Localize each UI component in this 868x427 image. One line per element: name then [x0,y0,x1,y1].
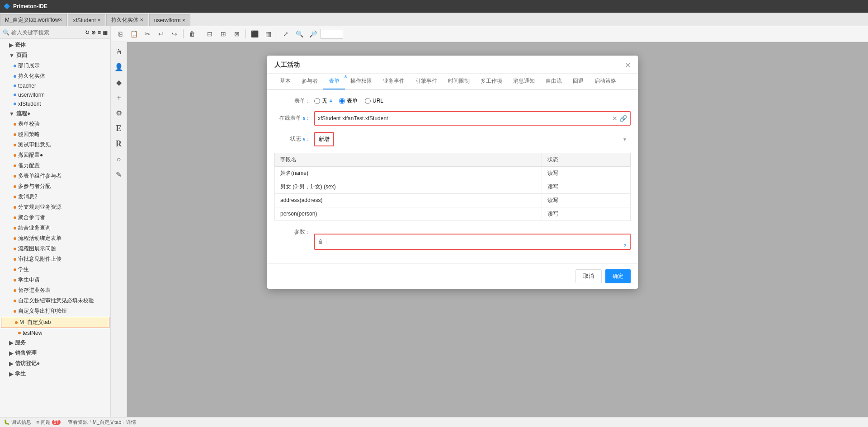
sidebar-item-persist[interactable]: 持久化实体 [0,71,110,81]
toolbar-paste-btn[interactable]: 📋 [128,28,140,40]
sidebar-item-merge[interactable]: 聚合参与者 [0,212,110,223]
cancel-button[interactable]: 取消 [576,269,602,283]
sidebar-item-temp-save[interactable]: 暂存进业务表 [0,285,110,296]
sidebar-item-msg2[interactable]: 发消息2 [0,192,110,202]
radio-none[interactable]: 无 4 [314,97,332,105]
toolbar-align-center-btn[interactable]: ⊞ [217,28,229,40]
sidebar-group-flow[interactable]: ▼ 流程● [0,108,110,119]
left-icon-edit[interactable]: ✎ [113,169,125,181]
sidebar-item-test-new[interactable]: testNew [0,328,110,338]
sidebar-item-test-approve[interactable]: 测试审批意见 [0,140,110,150]
online-form-clear-icon[interactable]: ✕ [612,115,618,122]
sidebar-icon4[interactable]: ▦ [103,29,108,36]
sidebar-item-flow-diagram[interactable]: 流程图展示问题 [0,244,110,254]
modal-tab-basic[interactable]: 基本 [274,74,296,89]
sidebar-item-m-custom-tab[interactable]: M_自定义tab [1,317,109,328]
workflow-canvas[interactable]: 开始 2 👤 人工活动 👤 ⚙ 📄 [127,42,868,417]
tab-useriform[interactable]: userwlform × [149,14,190,26]
sidebar-icon3[interactable]: ≡ [98,29,101,36]
sidebar-group-petition[interactable]: ▶ 信访登记● [0,358,110,369]
sidebar-item-userwlform[interactable]: userwlform [0,90,110,99]
online-form-link-icon[interactable]: 🔗 [619,115,627,122]
sidebar-item-branch[interactable]: 分支规则业务资源 [0,202,110,212]
sidebar-item-student-apply[interactable]: 学生申请 [0,275,110,285]
left-icon-person[interactable]: 👤 [113,61,125,74]
toolbar-zoom-in-btn[interactable]: 🔍 [293,28,305,40]
radio-url-input[interactable] [365,98,371,104]
modal-tab-ops[interactable]: 操作权限 [345,74,377,89]
online-form-input-wrapper: xfStudent xifanTest.xfStudent ✕ 🔗 [314,111,631,126]
table-row-sex[interactable]: 男女 (0-男，1-女) (sex) 读写 [275,180,631,193]
sidebar-item-xfstudent[interactable]: xfStudent [0,99,110,108]
sidebar-item-student[interactable]: 学生 [0,264,110,275]
status-select[interactable]: 新增 编辑 查看 [314,132,334,146]
modal-tab-trigger[interactable]: 引擎事件 [410,74,443,89]
sidebar-item-biz-query[interactable]: 结合业务查询 [0,223,110,233]
modal-tab-multi-task[interactable]: 多工作项 [475,74,508,89]
sidebar-item-dept[interactable]: 部门展示 [0,61,110,71]
status-tab-debug[interactable]: 🐛 调试信息 [4,419,31,425]
sidebar-item-custom-btn-validate[interactable]: 自定义按钮审批意见必填未校验 [0,296,110,306]
modal-close-btn[interactable]: ✕ [625,61,631,70]
sidebar-item-approve-attach[interactable]: 审批意见附件上传 [0,254,110,264]
sidebar-group-pages[interactable]: ▼ 页面 [0,50,110,61]
modal-tab-rollback[interactable]: 回退 [567,74,589,89]
modal-tab-notify[interactable]: 消息通知 [508,74,540,89]
left-icon-diamond[interactable]: ◆ [113,76,125,89]
sidebar-item-recall-config[interactable]: 撤回配置● [0,150,110,160]
radio-none-input[interactable] [314,98,320,104]
radio-table[interactable]: 表单 [339,97,358,105]
toolbar-cut-btn[interactable]: ✂ [142,28,153,40]
sidebar-item-teacher[interactable]: teacher [0,81,110,90]
modal-tab-biz-event[interactable]: 业务事件 [377,74,410,89]
left-icon-gear[interactable]: ⚙ [113,107,125,120]
sidebar-icon1[interactable]: ↻ [85,29,90,36]
table-row-name[interactable]: 姓名(name) 读写 [275,166,631,180]
modal-tab-time-limit[interactable]: 时间限制 [443,74,475,89]
tab-workflow[interactable]: M_自定义tab.workflow× [0,14,67,26]
tab-persist[interactable]: 持久化实体 × [106,14,148,26]
sidebar-item-multi-form[interactable]: 多表单组件参与者 [0,171,110,181]
table-row-address[interactable]: address(address) 读写 [275,193,631,207]
left-icon-E[interactable]: E [113,122,125,135]
table-row-person[interactable]: person(person) 读写 [275,207,631,221]
modal-tab-participants[interactable]: 参与者 [296,74,323,89]
sidebar-item-flow-bind[interactable]: 流程活动绑定表单 [0,233,110,244]
sidebar-group-assets[interactable]: ▶ 资体 [0,40,110,50]
sidebar-group-sales[interactable]: ▶ 销售管理 [0,348,110,358]
sidebar-item-form-validate[interactable]: 表单校验 [0,119,110,129]
confirm-button[interactable]: 确定 [605,269,631,283]
modal-tab-start-policy[interactable]: 启动策略 [589,74,622,89]
left-icon-R[interactable]: R [113,138,125,150]
sidebar-icon2[interactable]: ⊕ [91,29,96,36]
sidebar-item-urge[interactable]: 催力配置 [0,160,110,171]
app-bar: 🔷 Primeton-IDE [0,0,868,13]
modal-tab-form[interactable]: 表单 3 [323,74,345,89]
left-icon-plus[interactable]: ＋ [113,92,125,104]
sidebar-item-reject[interactable]: 驳回策略 [0,129,110,140]
toolbar-undo-btn[interactable]: ↩ [155,28,167,40]
toolbar-distribute-v-btn[interactable]: ▦ [262,28,274,40]
toolbar-delete-btn[interactable]: 🗑 [186,28,198,40]
toolbar-distribute-h-btn[interactable]: ⬛ [249,28,260,40]
left-icon-circle[interactable]: ○ [113,153,125,166]
zoom-input[interactable]: 100% [321,29,343,39]
sidebar-group-service[interactable]: ▶ 服务 [0,338,110,348]
status-tab-issues[interactable]: ≡ 问题 57 [36,419,61,425]
radio-url[interactable]: URL [365,98,383,104]
toolbar-align-left-btn[interactable]: ⊟ [204,28,216,40]
tab-xfstudent[interactable]: xfStudent × [68,14,105,26]
params-input-wrapper[interactable]: & 7 [314,234,631,250]
toolbar-zoom-out-btn[interactable]: 🔎 [307,28,319,40]
sidebar-group-student[interactable]: ▶ 学生 [0,369,110,379]
left-icon-cursor[interactable]: 🖱 [113,46,125,58]
sidebar-item-custom-print[interactable]: 自定义导出打印按钮 [0,306,110,316]
toolbar-copy-btn[interactable]: ⎘ [114,28,126,40]
search-input[interactable] [11,29,83,36]
toolbar-zoom-fit-btn[interactable]: ⤢ [280,28,292,40]
modal-tab-free-flow[interactable]: 自由流 [540,74,567,89]
toolbar-redo-btn[interactable]: ↪ [169,28,180,40]
radio-table-input[interactable] [339,98,345,104]
sidebar-item-multi-assign[interactable]: 多参与者分配 [0,181,110,192]
toolbar-distribute-btn[interactable]: ⊠ [231,28,243,40]
